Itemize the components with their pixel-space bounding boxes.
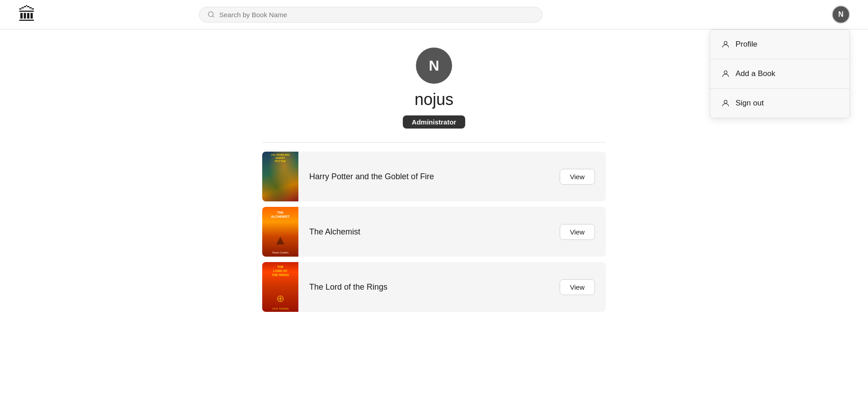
view-button-hp[interactable]: View	[560, 169, 595, 185]
table-row: J.K. ROWLINGHARRYPOTTER Harry Potter and…	[262, 152, 606, 201]
book-cover-hp: J.K. ROWLINGHARRYPOTTER	[262, 152, 298, 201]
dropdown-label-add-book: Add a Book	[736, 69, 775, 78]
profile-name: nojus	[415, 90, 453, 109]
person-icon	[721, 99, 730, 108]
dropdown-item-sign-out[interactable]: Sign out	[710, 89, 849, 118]
search-input[interactable]	[219, 11, 534, 19]
book-cover-lotr: THELORD OFTHE RINGS J.R.R. TOLKIEN	[262, 262, 298, 312]
library-icon: 🏛	[18, 5, 36, 25]
search-wrapper	[199, 7, 542, 23]
dropdown-item-add-book[interactable]: Add a Book	[710, 59, 849, 89]
profile-badge: Administrator	[403, 115, 465, 129]
dropdown-menu: Profile Add a Book Sign out	[710, 29, 850, 118]
header-right: N	[832, 5, 850, 24]
book-cover-alchemist: THEALCHEMIST Paulo Coelho	[262, 207, 298, 257]
book-list: J.K. ROWLINGHARRYPOTTER Harry Potter and…	[262, 152, 606, 312]
book-title: Harry Potter and the Goblet of Fire	[298, 172, 560, 182]
user-avatar-button[interactable]: N	[832, 5, 850, 24]
table-row: THEALCHEMIST Paulo Coelho The Alchemist …	[262, 207, 606, 257]
divider	[262, 142, 606, 143]
profile-avatar: N	[416, 48, 452, 84]
svg-point-3	[724, 71, 727, 74]
dropdown-item-profile[interactable]: Profile	[710, 30, 849, 59]
svg-point-2	[724, 41, 727, 44]
header: 🏛 N	[0, 0, 868, 29]
dropdown-label-sign-out: Sign out	[736, 99, 764, 108]
book-title: The Alchemist	[298, 227, 560, 237]
svg-line-1	[212, 16, 214, 17]
profile-section: N nojus Administrator	[403, 48, 465, 129]
view-button-lotr[interactable]: View	[560, 279, 595, 295]
svg-point-4	[724, 100, 727, 103]
search-icon	[208, 11, 215, 18]
view-button-alchemist[interactable]: View	[560, 224, 595, 240]
dropdown-label-profile: Profile	[736, 40, 757, 49]
person-icon	[721, 69, 730, 78]
table-row: THELORD OFTHE RINGS J.R.R. TOLKIEN The L…	[262, 262, 606, 312]
book-title: The Lord of the Rings	[298, 282, 560, 292]
svg-point-0	[208, 12, 213, 17]
logo: 🏛	[18, 5, 36, 25]
person-icon	[721, 40, 730, 49]
search-bar	[199, 7, 542, 23]
